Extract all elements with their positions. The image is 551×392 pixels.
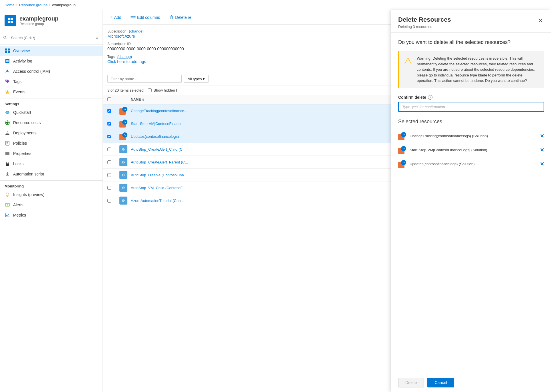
search-input[interactable] — [9, 34, 93, 41]
svg-point-32 — [6, 193, 9, 196]
row-checkbox[interactable] — [107, 199, 111, 203]
remove-resource-button[interactable]: ✕ — [540, 133, 544, 139]
metrics-icon — [5, 212, 10, 218]
all-types-dropdown[interactable]: All types ▾ — [184, 75, 209, 83]
policies-icon — [5, 140, 10, 146]
add-button[interactable]: + Add — [107, 13, 123, 21]
sidebar-item-label: Overview — [13, 49, 30, 53]
subscription-change-link[interactable]: (change) — [129, 29, 143, 33]
row-checkbox[interactable] — [107, 147, 111, 151]
row-checkbox[interactable] — [107, 160, 111, 164]
resource-icon: ∿ — [118, 132, 129, 140]
tags-add-link[interactable]: Click here to add tags — [107, 59, 146, 64]
sidebar-item-insights[interactable]: Insights (preview) — [0, 189, 103, 200]
resource-name: Start-Stop-VM[ContosoFinanceLogs] (Solut… — [410, 148, 536, 152]
sidebar-item-deployments[interactable]: Deployments — [0, 128, 103, 138]
delete-confirm-button[interactable]: Delete — [398, 378, 424, 387]
select-all-checkbox[interactable] — [107, 97, 111, 101]
activity-log-icon — [5, 58, 10, 64]
svg-rect-10 — [5, 59, 9, 63]
sidebar-item-overview[interactable]: Overview — [0, 46, 103, 56]
svg-rect-1 — [11, 18, 13, 20]
resource-icon: ⚙ — [118, 158, 129, 166]
sidebar-item-resource-costs[interactable]: Resource costs — [0, 118, 103, 128]
sidebar-item-label: Automation script — [13, 172, 44, 176]
resource-icon: ∿ — [118, 120, 129, 128]
delete-button[interactable]: 🗑 Delete re — [167, 14, 194, 21]
svg-point-13 — [7, 70, 8, 71]
svg-rect-20 — [5, 134, 9, 135]
panel-footer: Delete Cancel — [391, 373, 551, 392]
sidebar-item-properties[interactable]: Properties — [0, 148, 103, 159]
svg-line-5 — [6, 38, 7, 39]
svg-point-4 — [4, 36, 6, 39]
sidebar-item-label: Activity log — [13, 59, 32, 63]
svg-rect-8 — [5, 51, 7, 53]
row-checkbox[interactable] — [107, 186, 111, 190]
remove-resource-button[interactable]: ✕ — [540, 147, 544, 153]
sidebar-item-access-control[interactable]: Access control (IAM) — [0, 66, 103, 76]
selected-resource-item: ∿ Start-Stop-VM[ContosoFinanceLogs] (Sol… — [398, 143, 544, 157]
resource-icon: ∿ — [398, 146, 406, 154]
svg-point-14 — [6, 80, 7, 81]
alerts-icon: ! — [5, 202, 10, 208]
panel-question: Do you want to delete all the selected r… — [398, 39, 544, 45]
sidebar-item-policies[interactable]: Policies — [0, 138, 103, 148]
show-hidden-checkbox[interactable] — [148, 88, 152, 92]
resource-icon: ∿ — [398, 132, 406, 140]
confirm-input[interactable] — [398, 102, 544, 112]
warning-text: Warning! Deleting the selected resources… — [417, 56, 540, 84]
sidebar-item-label: Insights (preview) — [13, 192, 45, 197]
breadcrumb-home[interactable]: Home — [5, 3, 15, 7]
sidebar-collapse-button[interactable]: « — [94, 34, 99, 41]
add-icon: + — [110, 14, 113, 20]
columns-icon: ≡≡ — [130, 15, 136, 20]
sidebar-item-quickstart[interactable]: Quickstart — [0, 107, 103, 118]
remove-resource-button[interactable]: ✕ — [540, 161, 544, 167]
sidebar-item-automation-script[interactable]: Automation script — [0, 169, 103, 179]
svg-text:!: ! — [7, 204, 8, 207]
sidebar-item-metrics[interactable]: Metrics — [0, 210, 103, 220]
row-checkbox[interactable] — [107, 109, 111, 113]
subscription-value-link[interactable]: Microsoft Azure — [107, 34, 135, 39]
svg-rect-30 — [6, 163, 9, 166]
edit-columns-button[interactable]: ≡≡ Edit columns — [128, 14, 162, 21]
resource-icon: ⚙ — [118, 171, 129, 179]
selection-count: 3 of 20 items selected — [107, 88, 143, 92]
svg-rect-7 — [8, 49, 10, 50]
svg-point-17 — [6, 112, 9, 113]
overview-icon — [5, 48, 10, 54]
resource-icon: ⚙ — [118, 184, 129, 192]
breadcrumb-current: examplegroup — [52, 3, 75, 7]
sidebar-item-locks[interactable]: Locks — [0, 159, 103, 169]
sidebar-item-tags[interactable]: Tags — [0, 76, 103, 87]
insights-icon — [5, 192, 10, 197]
breadcrumb-resource-groups[interactable]: Resource groups — [19, 3, 47, 7]
resource-icon: ∿ — [398, 160, 406, 168]
panel-body: Do you want to delete all the selected r… — [391, 33, 551, 373]
svg-rect-3 — [11, 21, 13, 23]
resource-icon: ⚙ — [118, 145, 129, 153]
tags-change-link[interactable]: (change) — [117, 54, 132, 59]
row-checkbox[interactable] — [107, 173, 111, 177]
sidebar-item-alerts[interactable]: ! Alerts — [0, 200, 103, 210]
sidebar-item-label: Tags — [13, 79, 22, 84]
sidebar-item-label: Resource costs — [13, 120, 41, 125]
sidebar-header: examplegroup Resource group — [0, 10, 103, 31]
sidebar-item-events[interactable]: Events — [0, 87, 103, 97]
sidebar-search-bar: « — [0, 31, 103, 45]
panel-title: Delete Resources — [398, 16, 451, 23]
selected-resource-item: ∿ ChangeTracking(contosofinancelogs) (So… — [398, 129, 544, 143]
svg-rect-22 — [7, 132, 8, 132]
svg-rect-0 — [8, 18, 10, 20]
row-checkbox[interactable] — [107, 122, 111, 126]
sidebar-item-label: Deployments — [13, 131, 37, 135]
properties-icon — [5, 151, 10, 156]
sidebar-item-activity-log[interactable]: Activity log — [0, 56, 103, 66]
filter-input[interactable] — [107, 75, 182, 83]
panel-close-button[interactable]: ✕ — [537, 16, 544, 25]
svg-rect-21 — [6, 133, 9, 134]
cancel-button[interactable]: Cancel — [427, 378, 454, 387]
sidebar-item-label: Alerts — [13, 203, 23, 207]
row-checkbox[interactable] — [107, 135, 111, 138]
